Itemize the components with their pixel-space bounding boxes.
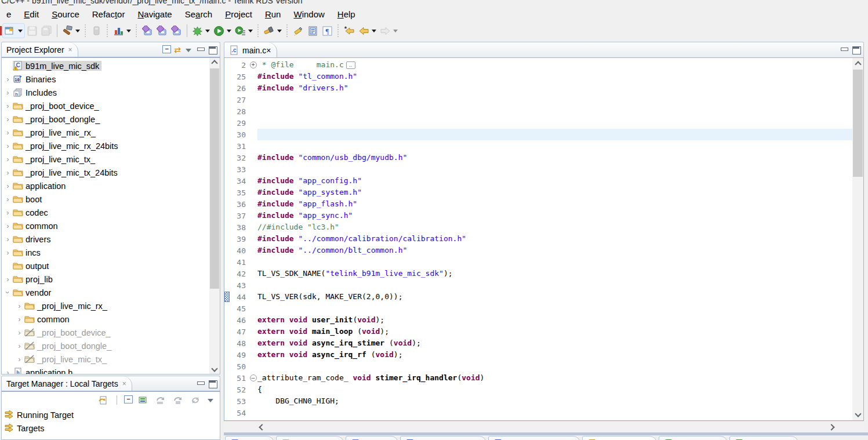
code-line-28[interactable]: 28: [224, 106, 852, 117]
expand-arrow-icon[interactable]: ›: [3, 208, 13, 217]
tree-item-incs[interactable]: ›incs: [2, 246, 209, 259]
disabled-button-1[interactable]: [154, 392, 168, 408]
back-to-last-edit-button[interactable]: [342, 23, 357, 38]
save-all-button[interactable]: [39, 23, 54, 38]
code-line-33[interactable]: 33: [224, 163, 852, 175]
sash-divider[interactable]: [224, 432, 868, 435]
dropdown-arrow-icon[interactable]: [227, 30, 231, 32]
expand-arrow-icon[interactable]: ›: [3, 195, 13, 203]
code-line-49[interactable]: 49extern void async_irq_rf (void);: [224, 349, 852, 361]
tree-item-binaries[interactable]: ›10Binaries: [2, 72, 209, 86]
maximize-icon[interactable]: [208, 380, 217, 388]
tree-item-application-h[interactable]: ›happlication.h: [2, 366, 209, 374]
build-button[interactable]: [60, 23, 82, 38]
bottom-view-tab-2[interactable]: [276, 436, 344, 440]
tree-item--proj-live-mic-rx-24bits[interactable]: ›_proj_live_mic_rx_24bits: [2, 139, 209, 152]
search-button[interactable]: [262, 23, 284, 38]
tree-item--proj-boot-dongle-[interactable]: ›_proj_boot_dongle_: [2, 112, 209, 126]
scrollbar-thumb[interactable]: [853, 70, 863, 177]
tab-project-explorer[interactable]: Project Explorer ×: [2, 42, 78, 57]
mark-occurrences-button[interactable]: [291, 23, 306, 38]
expand-arrow-icon[interactable]: ›: [3, 88, 13, 97]
dropdown-arrow-icon[interactable]: [393, 30, 398, 32]
expand-arrow-icon[interactable]: ›: [3, 221, 13, 230]
scroll-right-icon[interactable]: [828, 424, 834, 430]
expand-arrow-icon[interactable]: ›: [3, 115, 13, 123]
collapse-all-icon[interactable]: [124, 396, 133, 404]
expand-arrow-icon[interactable]: ›: [3, 235, 13, 243]
menu-project[interactable]: Project: [219, 8, 259, 21]
external-tools-button[interactable]: [233, 23, 255, 38]
close-icon[interactable]: ×: [68, 46, 72, 54]
view-menu-icon[interactable]: [184, 46, 193, 54]
code-line-29[interactable]: 29: [224, 117, 852, 129]
tree-item--proj-live-mic-tx-[interactable]: ›_proj_live_mic_tx_: [2, 352, 209, 366]
code-line-37[interactable]: 37#include "app_sync.h": [224, 210, 852, 221]
link-with-editor-icon[interactable]: ⇄: [174, 46, 181, 54]
code-line-2[interactable]: 2+ * @file main.c‥: [224, 59, 852, 71]
tree-item--proj-boot-device-[interactable]: ›_proj_boot_device_: [2, 99, 209, 112]
minimize-icon[interactable]: [840, 46, 849, 54]
code-line-30[interactable]: 30: [224, 129, 852, 140]
code-line-46[interactable]: 46extern void user_init(void);: [224, 314, 852, 326]
maximize-icon[interactable]: [852, 46, 861, 54]
tree-item-application[interactable]: ›application: [2, 179, 209, 192]
refresh-targets-button[interactable]: [96, 392, 110, 408]
last-edit-location-button[interactable]: [306, 23, 320, 38]
code-line-54[interactable]: 54: [224, 407, 852, 419]
bottom-view-tab-8[interactable]: [729, 436, 799, 440]
code-line-51[interactable]: 51–_attribute_ram_code_ void stimer_irq_…: [224, 372, 852, 384]
scroll-down-icon[interactable]: [209, 363, 220, 374]
dropdown-arrow-icon[interactable]: [205, 30, 210, 32]
scroll-up-icon[interactable]: [209, 58, 220, 68]
editor-vertical-scrollbar[interactable]: [852, 58, 863, 420]
tree-item-output[interactable]: output: [2, 259, 209, 272]
menu-refactor[interactable]: Refactor: [86, 8, 132, 21]
minimize-icon[interactable]: [196, 46, 205, 54]
tree-item-drivers[interactable]: ›drivers: [2, 232, 209, 246]
code-line-41[interactable]: 41: [224, 256, 852, 268]
code-line-52[interactable]: 52{: [224, 384, 852, 395]
tree-item--proj-live-mic-rx-[interactable]: ›_proj_live_mic_rx_: [2, 126, 209, 139]
expand-arrow-icon[interactable]: ›: [3, 141, 13, 150]
dropdown-arrow-icon[interactable]: [126, 30, 131, 32]
tree-item-vendor[interactable]: ›vendor: [2, 286, 209, 299]
code-line-34[interactable]: 34#include "app_config.h": [224, 175, 852, 187]
forward-button[interactable]: [378, 23, 400, 38]
back-button[interactable]: [357, 23, 378, 38]
run-button[interactable]: [212, 23, 233, 38]
code-line-43[interactable]: 43: [224, 279, 852, 291]
expand-arrow-icon[interactable]: ›: [3, 128, 13, 137]
dropdown-arrow-icon[interactable]: [277, 30, 282, 32]
scroll-left-icon[interactable]: [259, 424, 265, 430]
menu-run[interactable]: Run: [259, 8, 288, 21]
console-button[interactable]: [89, 23, 104, 38]
bottom-view-tab-6[interactable]: [582, 436, 658, 440]
sync-button[interactable]: [188, 392, 202, 408]
tab-target-manager[interactable]: Target Manager : Local Targets ×: [2, 376, 132, 391]
expand-arrow-icon[interactable]: ›: [3, 75, 13, 83]
expand-arrow-icon[interactable]: ›: [14, 315, 24, 323]
tree-item-codec[interactable]: ›codec: [2, 206, 209, 219]
maximize-icon[interactable]: [208, 46, 217, 54]
tree-item-common[interactable]: ›common: [2, 312, 209, 326]
code-line-40[interactable]: 40#include "../common/blt_common.h": [224, 245, 852, 256]
flash-tool-button-1[interactable]: [140, 23, 155, 38]
menu-e[interactable]: e: [0, 8, 17, 21]
tree-item--proj-boot-dongle-[interactable]: ›_proj_boot_dongle_: [2, 339, 209, 352]
disabled-button-2[interactable]: [171, 392, 185, 408]
expand-arrow-icon[interactable]: ›: [3, 248, 13, 257]
flash-tool-button-3[interactable]: [169, 23, 184, 38]
bottom-view-tab-1[interactable]: [225, 436, 275, 440]
bottom-view-tab-4[interactable]: [400, 436, 487, 440]
menu-help[interactable]: Help: [331, 8, 362, 21]
flash-tool-button-2[interactable]: [155, 23, 169, 38]
code-line-31[interactable]: 31: [224, 140, 852, 152]
expand-arrow-icon[interactable]: ›: [3, 368, 13, 374]
expand-arrow-icon[interactable]: ›: [14, 328, 24, 337]
expand-arrow-icon[interactable]: ›: [14, 341, 24, 350]
code-line-39[interactable]: 39#include "../common/calibration/calibr…: [224, 233, 852, 245]
debug-button[interactable]: [190, 23, 212, 38]
expand-arrow-icon[interactable]: ›: [3, 288, 12, 297]
fold-toggle-icon[interactable]: –: [249, 374, 257, 381]
